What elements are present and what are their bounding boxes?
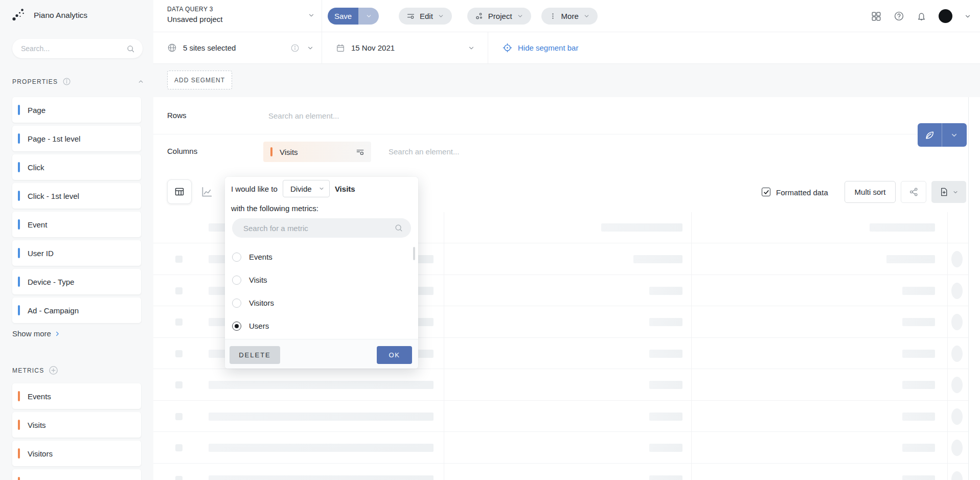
table-view-toggle[interactable] xyxy=(167,179,192,204)
metric-accent-bar xyxy=(270,147,272,156)
hide-segment-bar-link[interactable]: Hide segment bar xyxy=(488,32,578,63)
accent-bar xyxy=(18,448,20,459)
skeleton-square xyxy=(175,256,183,263)
search-icon xyxy=(394,223,403,233)
info-icon[interactable] xyxy=(290,43,300,53)
dialog-target-metric: Visits xyxy=(335,185,355,193)
sidebar-property-page-1st-level[interactable]: Page - 1st level xyxy=(12,126,141,151)
help-icon[interactable] xyxy=(894,11,904,21)
apps-grid-icon[interactable] xyxy=(871,11,882,22)
sites-selector[interactable]: 5 sites selected xyxy=(153,32,322,63)
sidebar-property-device-type[interactable]: Device - Type xyxy=(12,269,141,294)
dialog-footer: DELETE OK xyxy=(225,339,418,369)
export-button[interactable] xyxy=(931,181,966,203)
chevron-down-icon xyxy=(307,44,314,52)
metrics-section-header: METRICS xyxy=(12,365,144,375)
metric-option-label: Visitors xyxy=(249,299,274,307)
sidebar-metric-users[interactable]: Users xyxy=(12,469,141,480)
dialog-intro-prefix: I would like to xyxy=(231,185,278,193)
save-options-button[interactable] xyxy=(358,8,379,25)
accent-bar xyxy=(18,391,20,401)
edit-button[interactable]: Edit xyxy=(399,8,452,25)
sidebar-property-label: Ad - Campaign xyxy=(28,306,79,315)
radio-visitors[interactable] xyxy=(232,299,241,308)
skeleton-bar xyxy=(902,413,935,421)
skeleton-bar xyxy=(601,223,682,232)
sidebar-metric-label: Visitors xyxy=(28,449,53,458)
skeleton-square xyxy=(175,287,183,294)
plus-circle-icon[interactable] xyxy=(49,365,58,375)
info-icon[interactable] xyxy=(62,77,71,86)
chevron-up-icon[interactable] xyxy=(138,78,144,85)
metric-option-users[interactable]: Users xyxy=(225,314,418,337)
metric-operation-dialog: I would like to Divide Visits with the f… xyxy=(225,177,418,369)
file-plus-icon xyxy=(939,187,949,197)
delete-button[interactable]: DELETE xyxy=(230,346,280,364)
insights-chevron-button[interactable] xyxy=(942,123,966,147)
skeleton-circle xyxy=(951,471,963,480)
skeleton-bar xyxy=(902,381,935,389)
columns-search-input[interactable]: Search an element... xyxy=(389,147,459,156)
calendar-icon xyxy=(336,43,345,53)
save-button[interactable]: Save xyxy=(328,8,358,25)
sidebar-property-page[interactable]: Page xyxy=(12,97,141,123)
radio-visits[interactable] xyxy=(232,276,241,285)
sidebar-property-click-1st-level[interactable]: Click - 1st level xyxy=(12,183,141,209)
dialog-scrollbar-thumb[interactable] xyxy=(413,247,415,260)
metric-option-events[interactable]: Events xyxy=(225,245,418,268)
date-range-selector[interactable]: 15 Nov 2021 xyxy=(322,32,488,63)
ok-button[interactable]: OK xyxy=(377,346,412,364)
skeleton-bar xyxy=(649,475,682,480)
project-title-dropdown[interactable]: DATA QUERY 3 Unsaved project xyxy=(153,0,322,32)
sidebar-property-label: Click - 1st level xyxy=(28,192,79,200)
accent-bar xyxy=(18,420,20,430)
sidebar-search-input[interactable]: Search... xyxy=(12,39,143,58)
more-button[interactable]: More xyxy=(541,8,598,25)
sidebar-property-label: Page xyxy=(28,106,45,115)
table-row xyxy=(153,369,968,401)
account-chevron-down-icon[interactable] xyxy=(964,13,971,20)
sidebar-property-click[interactable]: Click xyxy=(12,154,141,180)
rows-search-input[interactable]: Search an element... xyxy=(268,111,339,120)
skeleton-bar xyxy=(649,350,682,358)
show-more-link[interactable]: Show more xyxy=(12,329,61,338)
add-segment-button[interactable]: ADD SEGMENT xyxy=(167,71,232,89)
metric-option-label: Users xyxy=(249,322,269,330)
skeleton-bar xyxy=(209,444,434,452)
chart-view-toggle[interactable] xyxy=(200,186,213,198)
user-avatar[interactable] xyxy=(939,9,952,23)
date-label: 15 Nov 2021 xyxy=(351,43,395,52)
multi-sort-button[interactable]: Multi sort xyxy=(845,181,896,203)
metric-option-visitors[interactable]: Visitors xyxy=(225,291,418,314)
share-button[interactable] xyxy=(901,181,926,203)
sidebar-metric-visits[interactable]: Visits xyxy=(12,412,141,438)
metric-option-label: Events xyxy=(249,253,272,261)
skeleton-bar xyxy=(649,287,682,295)
metric-search-input[interactable]: Search for a metric xyxy=(232,218,411,238)
sidebar-property-ad-campaign[interactable]: Ad - Campaign xyxy=(12,298,141,323)
table-row xyxy=(153,432,968,464)
skeleton-circle xyxy=(951,408,963,425)
sidebar-metric-visitors[interactable]: Visitors xyxy=(12,441,141,466)
columns-label: Columns xyxy=(167,147,197,155)
sidebar-property-event[interactable]: Event xyxy=(12,212,141,237)
notifications-bell-icon[interactable] xyxy=(916,11,927,21)
column-metric-chip-visits[interactable]: Visits xyxy=(263,142,371,162)
accent-bar xyxy=(18,248,20,258)
chip-settings-icon[interactable] xyxy=(355,147,365,157)
rows-label: Rows xyxy=(167,111,187,120)
radio-users[interactable] xyxy=(232,322,241,331)
sidebar-metric-events[interactable]: Events xyxy=(12,383,141,409)
sidebar-property-user-id[interactable]: User ID xyxy=(12,240,141,266)
operation-select[interactable]: Divide xyxy=(283,180,330,197)
radio-events[interactable] xyxy=(232,253,241,262)
segment-band: ADD SEGMENT xyxy=(153,64,980,97)
skeleton-bar xyxy=(649,381,682,389)
project-button[interactable]: Project xyxy=(467,8,531,25)
brand[interactable]: Piano Analytics xyxy=(11,8,87,23)
leaf-icon-button[interactable] xyxy=(918,123,942,147)
metric-option-visits[interactable]: Visits xyxy=(225,268,418,291)
formatted-data-checkbox[interactable] xyxy=(762,188,770,196)
skeleton-bar xyxy=(633,255,682,263)
metric-options-list: EventsVisitsVisitorsUsers xyxy=(225,245,418,337)
